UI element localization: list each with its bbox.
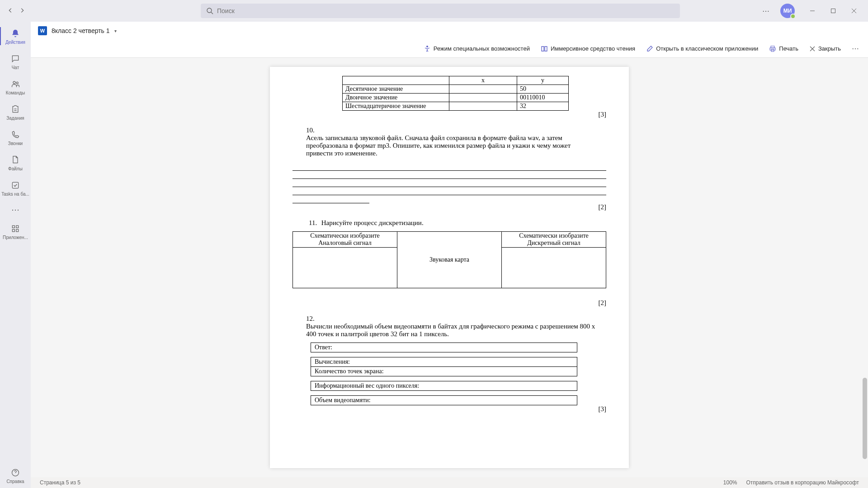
svg-rect-9 (12, 225, 14, 228)
help-icon (10, 467, 21, 478)
rail-teams[interactable]: Команды (0, 74, 31, 99)
assignments-icon (10, 104, 21, 115)
titlebar-right: ⋯ МИ (759, 4, 864, 18)
svg-point-7 (16, 82, 18, 84)
book-icon (541, 45, 548, 52)
rail-activity[interactable]: Действия (0, 23, 31, 49)
immersive-reader-button[interactable]: Иммерсивное средство чтения (541, 45, 635, 52)
score-q9: [3] (292, 111, 606, 118)
number-systems-table: xy Десятичное значение50 Двоичное значен… (342, 76, 569, 111)
feedback-link[interactable]: Отправить отзыв в корпорацию Майкрософт (746, 479, 859, 486)
teams-icon (10, 79, 21, 89)
document-toolbar: Режим специальных возможностей Иммерсивн… (31, 40, 868, 58)
print-icon (769, 45, 776, 52)
document-page: xy Десятичное значение50 Двоичное значен… (270, 67, 629, 468)
accessibility-icon (424, 45, 431, 52)
rail-more-icon[interactable]: ⋯ (0, 201, 31, 219)
nav-back-icon[interactable] (7, 7, 14, 15)
accessibility-button[interactable]: Режим специальных возможностей (424, 45, 530, 52)
svg-rect-3 (831, 9, 835, 13)
print-button[interactable]: Печать (769, 45, 798, 52)
calc-table: Вычисления: Количество точек экрана: (311, 357, 577, 376)
page-indicator[interactable]: Страница 5 из 5 (40, 479, 80, 486)
search-box[interactable] (201, 4, 680, 18)
window-controls (802, 4, 864, 18)
rail-files[interactable]: Файлы (0, 150, 31, 175)
apps-icon (10, 223, 21, 234)
nav-arrows (4, 7, 29, 15)
app-rail: Действия Чат Команды Задания Звонки Файл… (0, 22, 31, 488)
discretization-table: Схематически изобразитеАналоговый сигнал… (292, 231, 606, 288)
zoom-level[interactable]: 100% (723, 479, 737, 486)
word-icon: W (38, 26, 47, 35)
minimize-button[interactable] (802, 4, 823, 18)
close-button[interactable] (844, 4, 864, 18)
svg-point-6 (13, 81, 15, 84)
document-header: W 8класс 2 четверть 1 ▾ (31, 22, 868, 40)
svg-rect-12 (16, 229, 19, 231)
question-11: 11. Нарисуйте процесс дискретизации. Схе… (292, 219, 606, 307)
search-input[interactable] (217, 7, 675, 14)
titlebar: ⋯ МИ (0, 0, 868, 22)
score-q10: [2] (292, 203, 606, 211)
phone-icon (10, 129, 21, 140)
answer-table: Ответ: (311, 343, 577, 352)
tasks-icon (10, 180, 21, 191)
open-desktop-button[interactable]: Открыть в классическом приложении (646, 45, 758, 52)
nav-forward-icon[interactable] (19, 7, 25, 15)
titlebar-more-icon[interactable]: ⋯ (759, 7, 773, 15)
question-12: 12. Вычисли необходимый объем видеопамят… (292, 315, 606, 413)
rail-assignments[interactable]: Задания (0, 99, 31, 125)
svg-point-14 (426, 46, 428, 47)
svg-rect-11 (12, 229, 14, 231)
weight-table: Информационный вес одного пикселя: (311, 381, 577, 391)
close-doc-button[interactable]: Закрыть (809, 45, 841, 52)
rail-calls[interactable]: Звонки (0, 125, 31, 150)
document-viewport[interactable]: xy Десятичное значение50 Двоичное значен… (31, 58, 868, 477)
chevron-down-icon[interactable]: ▾ (114, 28, 117, 33)
toolbar-more-icon[interactable]: ⋯ (852, 44, 859, 53)
main-area: W 8класс 2 четверть 1 ▾ Режим специальны… (31, 22, 868, 488)
rail-tasks[interactable]: Tasks на ба... (0, 175, 31, 201)
close-icon (809, 46, 816, 52)
avatar-initials: МИ (783, 8, 792, 14)
svg-rect-15 (771, 46, 774, 48)
memory-table: Объем видеопамяти: (311, 395, 577, 405)
rail-apps[interactable]: Приложен... (0, 219, 31, 244)
maximize-button[interactable] (823, 4, 844, 18)
rail-help[interactable]: Справка (0, 463, 31, 488)
chat-icon (10, 53, 21, 64)
edit-icon (646, 45, 653, 52)
svg-line-1 (211, 12, 213, 14)
document-title[interactable]: 8класс 2 четверть 1 (52, 27, 110, 34)
presence-available-icon (790, 14, 796, 19)
avatar[interactable]: МИ (780, 4, 795, 18)
scrollbar-thumb[interactable] (863, 378, 867, 459)
score-q11: [2] (292, 299, 606, 307)
score-q12: [3] (292, 405, 606, 413)
rail-chat[interactable]: Чат (0, 49, 31, 74)
file-icon (10, 155, 21, 165)
svg-point-0 (207, 8, 212, 13)
search-icon (206, 7, 213, 14)
svg-rect-8 (12, 182, 18, 188)
question-10: 10. Асель записывала звуковой файл. Снач… (292, 127, 606, 211)
statusbar: Страница 5 из 5 100% Отправить отзыв в к… (31, 477, 868, 488)
svg-rect-10 (16, 225, 19, 228)
bell-icon (10, 28, 21, 39)
